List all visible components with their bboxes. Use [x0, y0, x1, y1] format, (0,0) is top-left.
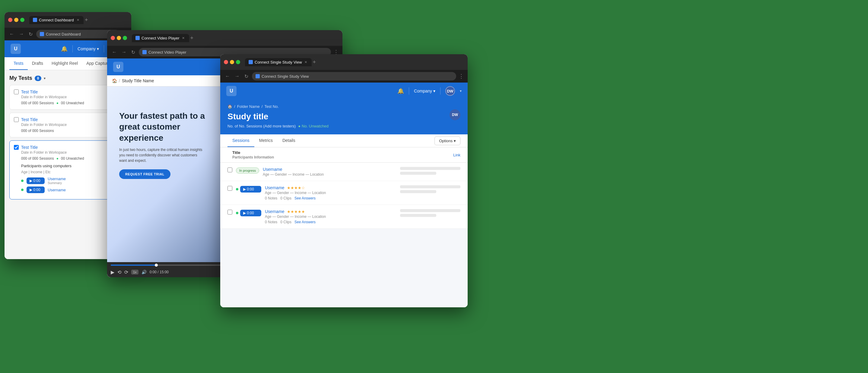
play-pause-button[interactable]: ▶	[111, 269, 114, 275]
company-selector-3[interactable]: Company ▾	[414, 89, 435, 93]
title-col-text: Title	[232, 150, 241, 155]
play-button-2[interactable]: ▶ 0:00	[27, 186, 45, 193]
session-card-2: ▶ 0:00 Username ★★★★☆ Age — Gender — Inc…	[220, 181, 468, 205]
test-title-2[interactable]: Test Title	[21, 117, 122, 122]
play-button-1[interactable]: ▶ 0:00	[27, 177, 45, 184]
video-cta-button[interactable]: REQUEST FREE TRIAL	[119, 169, 170, 179]
test-card-checkbox-2[interactable]	[14, 117, 19, 122]
user-avatar-3[interactable]: DW	[445, 86, 455, 96]
study-tab-metrics[interactable]: Metrics	[254, 134, 278, 147]
maximize-button-1[interactable]	[20, 18, 25, 22]
session-attrs-2: Age — Gender — Income — Location	[265, 191, 397, 195]
session-desc-1: Summary	[48, 181, 66, 185]
forward-button-1[interactable]: →	[18, 30, 25, 38]
address-favicon-3	[255, 74, 260, 78]
address-favicon-1	[40, 32, 44, 36]
tab-close-1[interactable]: ✕	[76, 18, 80, 22]
session-play-button-2[interactable]: ▶ 0:00	[240, 186, 261, 193]
test-card-checkbox-3[interactable]	[14, 145, 19, 150]
test-title-3[interactable]: Test Title	[21, 145, 122, 150]
close-button-2[interactable]	[111, 36, 115, 40]
study-tab-sessions[interactable]: Sessions	[227, 134, 254, 147]
maximize-button-3[interactable]	[236, 60, 240, 64]
close-button-1[interactable]	[8, 18, 12, 22]
win3-app-content: U 🔔 Company ▾ DW ▾ 🏠 / Folder Name / Tes…	[220, 82, 468, 307]
forward-button-2[interactable]: →	[120, 48, 128, 56]
header-divider-1	[72, 45, 73, 53]
address-text-3: Connect Single Study View	[261, 74, 309, 79]
session-name-1[interactable]: Username	[48, 176, 66, 181]
address-bar-3[interactable]: Connect Single Study View	[252, 72, 456, 80]
session-username-1[interactable]: Username	[263, 167, 397, 172]
tab-highlight-reel[interactable]: Highlight Reel	[48, 57, 82, 70]
placeholder-line-1b	[400, 172, 436, 175]
session-username-3[interactable]: Username	[265, 209, 284, 214]
session-checkbox-1[interactable]	[227, 168, 232, 172]
address-text-2: Connect Video Player	[149, 50, 186, 55]
maximize-button-2[interactable]	[123, 36, 127, 40]
minimize-button-2[interactable]	[117, 36, 121, 40]
speed-control[interactable]: 1x	[131, 270, 138, 274]
placeholder-line-3a	[400, 209, 460, 212]
new-tab-button-1[interactable]: +	[85, 17, 88, 23]
back-button-1[interactable]: ←	[8, 30, 16, 38]
back-button-2[interactable]: ←	[111, 48, 118, 56]
col-link-label[interactable]: Link	[453, 153, 460, 157]
back-button-3[interactable]: ←	[224, 72, 231, 80]
study-tab-details[interactable]: Details	[278, 134, 300, 147]
forward-button-3[interactable]: →	[234, 72, 241, 80]
study-sessions-meta: No. of No. Sessions (Add more testers)	[227, 124, 296, 128]
see-answers-link-2[interactable]: See Answers	[294, 196, 316, 200]
refresh-button-3[interactable]: ↻	[243, 72, 249, 80]
tab-favicon-3	[249, 60, 253, 64]
app-logo-1: U	[10, 44, 21, 54]
breadcrumb-home-2[interactable]: 🏠	[112, 78, 117, 83]
study-breadcrumb-sep1: /	[234, 104, 235, 109]
study-breadcrumb-folder[interactable]: Folder Name	[237, 104, 260, 109]
browser-chrome-1: Connect Dashboard ✕ +	[4, 12, 131, 28]
breadcrumb-study-2[interactable]: Study Title Name	[122, 78, 154, 83]
tab-bar-1: Connect Dashboard ✕ +	[29, 16, 128, 24]
minimize-button-1[interactable]	[14, 18, 19, 22]
tab-bar-3: Connect Single Study View ✕ +	[245, 58, 464, 66]
test-meta-1: Date in Folder in Workspace	[21, 95, 122, 99]
new-tab-button-3[interactable]: +	[313, 59, 316, 65]
more-menu-3[interactable]: ⋮	[459, 73, 464, 79]
options-button[interactable]: Options ▾	[434, 136, 460, 145]
session-dot-2	[21, 189, 24, 191]
see-answers-link-3[interactable]: See Answers	[294, 220, 316, 224]
study-breadcrumb-test[interactable]: Test No.	[264, 104, 279, 109]
test-title-1[interactable]: Test Title	[21, 90, 122, 94]
tab-close-3[interactable]: ✕	[304, 60, 308, 64]
new-tab-button-2[interactable]: +	[190, 35, 194, 41]
active-tab-3[interactable]: Connect Single Study View ✕	[245, 58, 312, 66]
avatar-dropdown-icon-3[interactable]: ▾	[460, 89, 462, 93]
header-divider-5	[409, 88, 409, 95]
session-play-button-3[interactable]: ▶ 0:00	[240, 210, 261, 216]
refresh-button-1[interactable]: ↻	[27, 30, 34, 38]
session-name-2[interactable]: Username	[48, 188, 66, 192]
active-tab-2[interactable]: Connect Video Player ✕	[132, 34, 189, 42]
video-progress-thumb[interactable]	[155, 264, 158, 267]
notification-bell-3[interactable]: 🔔	[397, 88, 404, 94]
col-title-label: Title Participants Information	[232, 150, 453, 159]
company-selector-1[interactable]: Company ▾	[78, 46, 99, 51]
rewind-button[interactable]: ⟲	[117, 269, 121, 275]
my-tests-dropdown[interactable]: ▾	[44, 76, 45, 80]
notification-bell-1[interactable]: 🔔	[61, 45, 68, 52]
forward-button-vid[interactable]: ⟳	[124, 269, 128, 275]
tab-tests[interactable]: Tests	[9, 57, 28, 70]
tab-close-2[interactable]: ✕	[181, 36, 186, 40]
active-tab-1[interactable]: Connect Dashboard ✕	[29, 16, 84, 24]
session-checkbox-2[interactable]	[227, 186, 232, 191]
session-username-2[interactable]: Username	[265, 185, 284, 190]
refresh-button-2[interactable]: ↻	[130, 48, 136, 56]
volume-button[interactable]: 🔊	[142, 270, 147, 274]
tab-drafts[interactable]: Drafts	[28, 57, 48, 70]
study-user-avatar[interactable]: DW	[450, 109, 460, 120]
test-card-checkbox-1[interactable]	[14, 90, 19, 94]
session-checkbox-3[interactable]	[227, 210, 232, 214]
close-button-3[interactable]	[224, 60, 228, 64]
minimize-button-3[interactable]	[230, 60, 234, 64]
study-breadcrumb-home[interactable]: 🏠	[227, 104, 232, 109]
